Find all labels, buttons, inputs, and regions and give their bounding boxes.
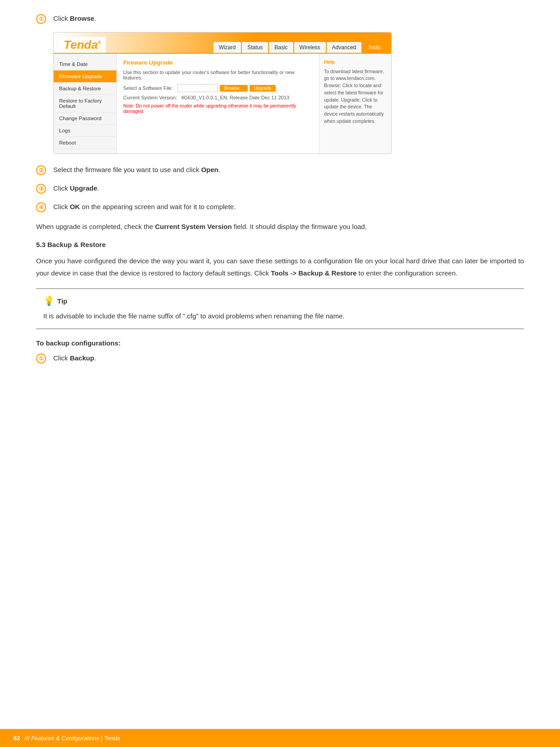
upgrade-button[interactable]: Upgrade xyxy=(250,85,276,92)
file-input[interactable] xyxy=(177,84,218,92)
step-3-circle: ③ xyxy=(36,184,46,194)
tip-box: 💡 Tip It is advisable to include the fil… xyxy=(36,288,524,329)
step-4-circle: ④ xyxy=(36,202,46,212)
step-1-row: ① Click Browse. xyxy=(36,14,524,24)
select-file-label: Select a Software File: xyxy=(123,85,177,91)
page-footer: 62 III Features & Configurations | Tenda xyxy=(0,729,560,747)
step-2-row: ② Select the firmware file you want to u… xyxy=(36,165,524,175)
step-1-text: Click Browse. xyxy=(53,14,96,24)
step-3-text: Click Upgrade. xyxy=(53,183,99,194)
step-3-suffix: . xyxy=(97,184,99,192)
tip-bulb-icon: 💡 xyxy=(43,295,55,306)
nav-advanced[interactable]: Advanced xyxy=(327,42,361,53)
footer-page-number: 62 xyxy=(14,735,20,742)
sidebar-firmware[interactable]: Firmware Upgrade xyxy=(54,70,116,83)
sidebar-restore-factory[interactable]: Restore to Factory Default xyxy=(54,95,116,112)
backup-step-1-suffix: . xyxy=(94,354,96,362)
backup-sub-heading: To backup configurations: xyxy=(36,339,524,347)
router-sidebar: Time & Date Firmware Upgrade Backup & Re… xyxy=(54,54,117,154)
backup-step-1-bold: Backup xyxy=(70,354,94,362)
router-ui-screenshot: Tenda® Wizard Status Basic Wireless Adva… xyxy=(53,32,392,154)
step-4-suffix: on the appearing screen and wait for it … xyxy=(80,203,236,210)
version-row: Current System Version: 4G630_V1.0.0.1_E… xyxy=(123,95,313,100)
step-1-suffix: . xyxy=(94,14,96,22)
version-label: Current System Version: xyxy=(123,95,177,100)
step-3-bold: Upgrade xyxy=(70,184,97,192)
tip-label: Tip xyxy=(57,297,67,305)
step-4-bold: OK xyxy=(70,203,80,210)
router-header: Tenda® Wizard Status Basic Wireless Adva… xyxy=(54,33,391,53)
tenda-logo: Tenda® xyxy=(59,37,106,53)
step-1-bold: Browse xyxy=(70,14,94,22)
nav-wizard[interactable]: Wizard xyxy=(213,42,241,53)
step-2-text: Select the firmware file you want to use… xyxy=(53,165,220,175)
version-value: 4G630_V1.0.0.1_EN; Release Date:Dec 11 2… xyxy=(181,95,289,100)
content-desc: Use this section to update your router's… xyxy=(123,70,313,80)
para-backup-restore: Once you have configured the device the … xyxy=(36,255,524,279)
footer-text: III Features & Configurations | Tenda xyxy=(24,735,120,742)
para1-suffix: field. It should display the firmware yo… xyxy=(232,223,367,230)
browse-button[interactable]: Browse... xyxy=(220,85,248,92)
sidebar-change-password[interactable]: Change Password xyxy=(54,112,116,125)
backup-step-1-row: ① Click Backup. xyxy=(36,353,524,364)
step-3-row: ③ Click Upgrade. xyxy=(36,183,524,194)
para2-suffix: to enter the configuration screen. xyxy=(356,269,457,277)
select-file-row: Select a Software File: Browse... Upgrad… xyxy=(123,84,313,92)
router-body: Time & Date Firmware Upgrade Backup & Re… xyxy=(54,53,391,154)
nav-tools[interactable]: Tools xyxy=(362,42,386,53)
tip-content: It is advisable to include the file name… xyxy=(43,310,517,322)
router-content-area: Fireware Upgrade Use this section to upd… xyxy=(117,54,319,154)
step-2-circle: ② xyxy=(36,165,46,175)
sidebar-backup[interactable]: Backup & Restore xyxy=(54,83,116,95)
router-nav: Wizard Status Basic Wireless Advanced To… xyxy=(213,42,386,53)
nav-basic[interactable]: Basic xyxy=(269,42,293,53)
backup-step-1-text: Click Backup. xyxy=(53,353,96,364)
step-1-circle: ① xyxy=(36,14,46,24)
step-4-text: Click OK on the appearing screen and wai… xyxy=(53,202,236,212)
step-2-bold: Open xyxy=(201,166,218,173)
router-note: Note: Do not power off the router while … xyxy=(123,103,313,114)
router-help-panel: Help To download latest firmware, go to … xyxy=(319,54,391,154)
para-upgrade-complete: When upgrade is completed, check the Cur… xyxy=(36,220,524,233)
nav-wireless[interactable]: Wireless xyxy=(294,42,326,53)
help-title: Help xyxy=(324,58,387,66)
content-title: Fireware Upgrade xyxy=(123,59,313,66)
help-text: To download latest firmware, go to www.t… xyxy=(324,68,387,125)
sidebar-reboot[interactable]: Reboot xyxy=(54,137,116,149)
tools-backup-bold: Tools -> Backup & Restore xyxy=(271,269,356,277)
sidebar-time-date[interactable]: Time & Date xyxy=(54,58,116,70)
step-4-row: ④ Click OK on the appearing screen and w… xyxy=(36,202,524,212)
tip-header: 💡 Tip xyxy=(43,295,517,306)
section-heading-backup: 5.3 Backup & Restore xyxy=(36,241,524,248)
sidebar-logs[interactable]: Logs xyxy=(54,125,116,137)
current-system-version-bold: Current System Version xyxy=(155,223,231,230)
nav-status[interactable]: Status xyxy=(242,42,268,53)
step-2-suffix: . xyxy=(218,166,220,173)
backup-step-1-circle: ① xyxy=(36,354,46,364)
